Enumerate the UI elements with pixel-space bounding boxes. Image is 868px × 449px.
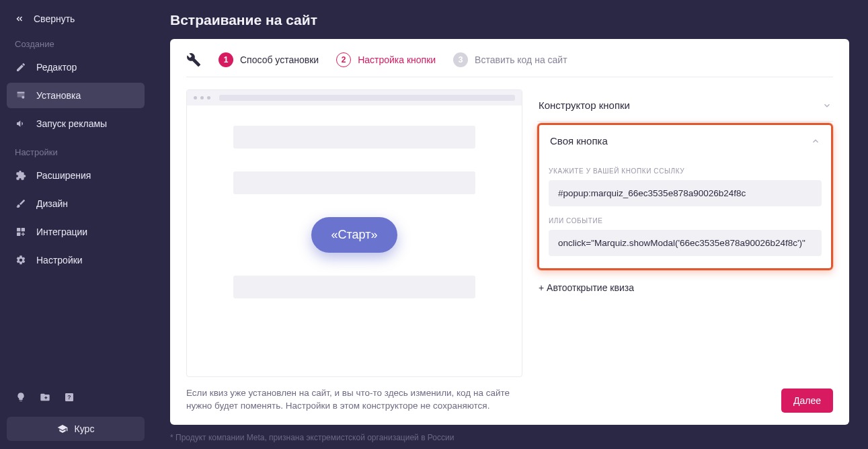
chevron-up-icon [811, 136, 820, 146]
event-field-label: ИЛИ СОБЫТИЕ [549, 217, 822, 225]
install-icon [15, 89, 27, 101]
link-input[interactable] [549, 180, 822, 206]
nav-label: Установка [36, 90, 81, 101]
note-text: Если квиз уже установлен на сайт, и вы ч… [186, 386, 536, 413]
sidebar-bottom: ? Курс [7, 384, 145, 441]
sidebar-item-integrations[interactable]: Интеграции [7, 219, 145, 245]
accordion-own-button-head[interactable]: Своя кнопка [549, 125, 822, 157]
nav-label: Редактор [36, 62, 77, 73]
megaphone-icon [15, 118, 27, 130]
folder-add-icon[interactable] [39, 391, 51, 403]
content-row: «Старт» Конструктор кнопки Своя кнопка [186, 89, 833, 377]
gear-icon [15, 254, 27, 266]
skeleton-line [233, 171, 475, 194]
footer-note: * Продукт компании Meta, признана экстре… [170, 433, 849, 442]
sidebar-item-design[interactable]: Дизайн [7, 191, 145, 216]
preview-pane: «Старт» [186, 89, 522, 377]
nav-label: Запуск рекламы [36, 118, 107, 129]
sidebar-item-extensions[interactable]: Расширения [7, 163, 145, 188]
course-label: Курс [75, 423, 95, 434]
step-number: 1 [219, 52, 233, 67]
browser-bar [187, 90, 522, 106]
address-bar-skeleton [219, 95, 515, 101]
main: Встраивание на сайт 1 Способ установки 2… [151, 0, 868, 449]
step-number: 2 [336, 52, 351, 67]
steps: 1 Способ установки 2 Настройка кнопки 3 … [186, 52, 833, 77]
collapse-label: Свернуть [34, 13, 75, 24]
chevron-down-icon [822, 101, 832, 110]
bulb-icon[interactable] [15, 391, 27, 403]
link-field-label: УКАЖИТЕ У ВАШЕЙ КНОПКИ ССЫЛКУ [549, 167, 822, 175]
svg-rect-3 [17, 233, 20, 236]
course-button[interactable]: Курс [7, 417, 145, 441]
step-label: Вставить код на сайт [475, 54, 567, 65]
accordion-constructor: Конструктор кнопки [537, 89, 833, 122]
page-title: Встраивание на сайт [170, 12, 849, 28]
integrations-icon [15, 226, 27, 238]
help-icon[interactable]: ? [63, 391, 75, 403]
sidebar-item-editor[interactable]: Редактор [7, 54, 145, 80]
window-dot [207, 96, 210, 99]
nav-label: Настройки [36, 255, 83, 266]
graduation-icon [57, 423, 68, 434]
svg-point-0 [22, 96, 24, 99]
accordion-auto-open[interactable]: + Автооткрытие квиза [537, 272, 833, 304]
accordion-label: + Автооткрытие квиза [539, 282, 634, 293]
nav-label: Дизайн [36, 198, 68, 209]
preview-body: «Старт» [187, 106, 522, 376]
skeleton-line [233, 276, 475, 298]
svg-text:?: ? [67, 394, 71, 401]
step-3[interactable]: 3 Вставить код на сайт [453, 52, 567, 67]
step-label: Настройка кнопки [358, 54, 436, 65]
sidebar-item-ads[interactable]: Запуск рекламы [7, 111, 145, 136]
step-label: Способ установки [240, 54, 319, 65]
puzzle-icon [15, 169, 27, 181]
skeleton-line [233, 126, 475, 149]
section-create-label: Создание [7, 30, 145, 53]
section-settings-label: Настройки [7, 138, 145, 161]
accordion-label: Конструктор кнопки [539, 99, 630, 111]
sidebar: Свернуть Создание Редактор Установка Зап… [0, 0, 151, 449]
step-1[interactable]: 1 Способ установки [219, 52, 319, 67]
accordion-constructor-head[interactable]: Конструктор кнопки [537, 89, 833, 121]
pencil-icon [15, 61, 27, 73]
brush-icon [15, 198, 27, 210]
chevrons-left-icon [15, 14, 24, 24]
window-dot [194, 96, 197, 99]
svg-rect-2 [22, 228, 25, 231]
nav-label: Интеграции [36, 227, 87, 237]
sidebar-item-install[interactable]: Установка [7, 83, 145, 108]
own-button-panel: Своя кнопка УКАЖИТЕ У ВАШЕЙ КНОПКИ ССЫЛК… [537, 123, 833, 270]
sidebar-item-settings[interactable]: Настройки [7, 247, 145, 273]
next-button[interactable]: Далее [781, 389, 833, 413]
wrench-icon [186, 52, 201, 67]
right-column: Конструктор кнопки Своя кнопка УКАЖИТЕ У… [537, 89, 833, 377]
step-number: 3 [453, 52, 468, 67]
step-2[interactable]: 2 Настройка кнопки [336, 52, 436, 67]
collapse-button[interactable]: Свернуть [7, 8, 145, 30]
accordion-label: Своя кнопка [550, 135, 608, 147]
card: 1 Способ установки 2 Настройка кнопки 3 … [170, 39, 849, 425]
event-input[interactable] [549, 230, 822, 256]
nav-label: Расширения [36, 170, 91, 181]
svg-rect-1 [17, 228, 20, 231]
window-dot [200, 96, 204, 99]
preview-start-button: «Старт» [311, 217, 398, 253]
